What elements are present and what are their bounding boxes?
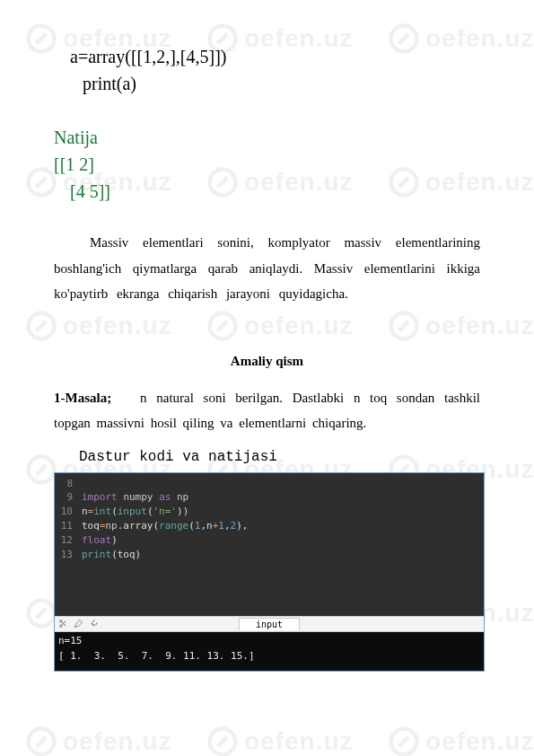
console-line: [ 1. 3. 5. 7. 9. 11. 13. 15.] <box>58 650 255 662</box>
result-row-1: [[1 2] <box>54 151 480 178</box>
svg-point-15 <box>29 729 55 755</box>
console-output: n=15 [ 1. 3. 5. 7. 9. 11. 13. 15.] <box>55 632 484 671</box>
body-paragraph: Massiv elementlari sonini, komplyator ma… <box>54 230 480 307</box>
code-result-heading: Dastur kodi va natijasi <box>79 449 480 465</box>
line-number: 10 <box>55 505 82 519</box>
editor-line: 10n=int(input('n=')) <box>55 505 484 519</box>
svg-point-19 <box>60 625 62 627</box>
wrench-icon[interactable] <box>89 619 104 630</box>
line-number: 13 <box>55 548 82 562</box>
problem-label: 1-Masala; <box>54 391 111 405</box>
console-toolbar: input <box>55 616 484 632</box>
svg-point-18 <box>60 620 62 621</box>
svg-point-17 <box>391 729 417 755</box>
pencil-icon[interactable] <box>74 619 89 630</box>
line-number: 9 <box>55 490 82 505</box>
editor-line: 8 <box>55 477 484 491</box>
editor-line: 9import numpy as np <box>55 490 484 505</box>
watermark-text: oefen.uz <box>425 727 534 756</box>
line-number: 11 <box>55 519 82 533</box>
line-number: 8 <box>55 477 82 491</box>
problem-text: n natural soni berilgan. Dastlabki n toq… <box>54 391 480 431</box>
page-content: a=array([[1,2,],[4,5]]) print(a) Natija … <box>0 0 534 708</box>
watermark-text: oefen.uz <box>244 727 354 756</box>
result-block: Natija [[1 2] [4 5]] <box>54 124 480 205</box>
editor-line: 13print(toq) <box>55 548 484 562</box>
line-number: 12 <box>55 533 82 548</box>
console-prompt: n=15 <box>58 635 83 646</box>
problem-statement: 1-Masala; n natural soni berilgan. Dastl… <box>54 385 480 436</box>
code-text: toq=np.array(range(1,n+1,2), <box>82 519 248 533</box>
watermark-text: oefen.uz <box>63 727 172 756</box>
code-text: float) <box>82 533 118 548</box>
code-text: import numpy as np <box>82 490 188 505</box>
example-code-line-1: a=array([[1,2,],[4,5]]) <box>70 43 480 70</box>
editor-line: 11toq=np.array(range(1,n+1,2), <box>55 519 484 533</box>
result-row-2: [4 5]] <box>70 178 480 205</box>
code-editor: 89import numpy as np10n=int(input('n='))… <box>55 473 484 617</box>
code-text: print(toq) <box>82 548 141 562</box>
svg-point-16 <box>210 729 236 755</box>
editor-line: 12float) <box>55 533 484 548</box>
example-code-line-2: print(a) <box>83 70 480 97</box>
code-text: n=int(input('n=')) <box>82 505 188 519</box>
console-tab[interactable]: input <box>239 618 300 630</box>
code-screenshot: 89import numpy as np10n=int(input('n='))… <box>54 472 485 672</box>
section-heading: Amaliy qism <box>54 354 480 369</box>
result-title: Natija <box>54 124 480 151</box>
scissors-icon[interactable] <box>58 619 74 630</box>
